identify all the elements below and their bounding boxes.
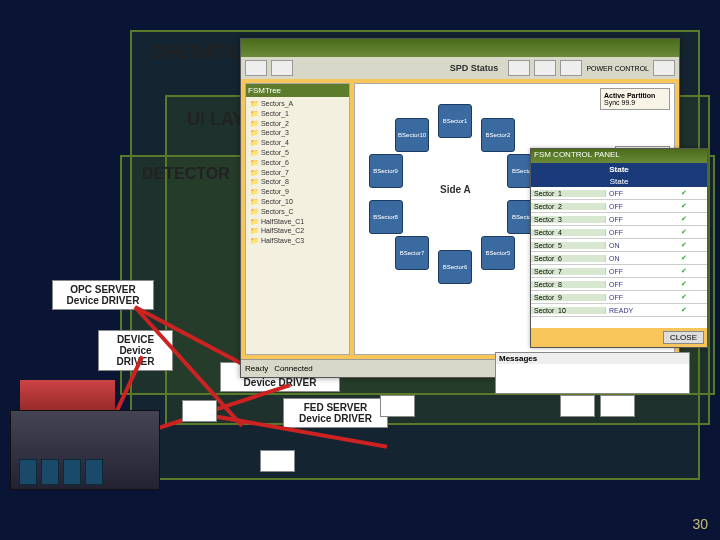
- control-table-row[interactable]: Sector_6ON✔: [531, 252, 707, 265]
- sector[interactable]: BSector7: [395, 236, 429, 270]
- control-table-row[interactable]: Sector_4OFF✔: [531, 226, 707, 239]
- row-check-icon: ✔: [666, 228, 701, 236]
- toolbar-title: SPD Status: [450, 63, 499, 73]
- sector[interactable]: BSector5: [481, 236, 515, 270]
- sector[interactable]: BSector10: [395, 118, 429, 152]
- row-name: Sector_3: [531, 216, 606, 223]
- sector[interactable]: BSector1: [438, 104, 472, 138]
- sector[interactable]: BSector6: [438, 250, 472, 284]
- active-partition-box: Active Partition Sync 99.9: [600, 88, 670, 110]
- tree-item[interactable]: Sector_5: [250, 148, 345, 158]
- row-state: OFF: [606, 203, 666, 210]
- row-state: OFF: [606, 190, 666, 197]
- toolbar-button[interactable]: [245, 60, 267, 76]
- hardware-base: [10, 410, 160, 490]
- tree-item[interactable]: Sector_9: [250, 187, 345, 197]
- row-state: OFF: [606, 268, 666, 275]
- messages-header: Messages: [496, 353, 689, 364]
- row-check-icon: ✔: [666, 293, 701, 301]
- control-table-row[interactable]: Sector_2OFF✔: [531, 200, 707, 213]
- info-line: Sync 99.9: [604, 99, 666, 106]
- fed-server-line2: Device DRIVER: [290, 413, 381, 424]
- tree-item[interactable]: Sector_4: [250, 138, 345, 148]
- tree-header: FSMTree: [246, 84, 349, 97]
- tree-item[interactable]: Sector_7: [250, 168, 345, 178]
- window-titlebar[interactable]: [241, 39, 679, 57]
- control-table-row[interactable]: Sector_1OFF✔: [531, 187, 707, 200]
- row-check-icon: ✔: [666, 306, 701, 314]
- detector-layer-label: DETECTOR: [142, 165, 230, 183]
- control-table-row[interactable]: Sector_9OFF✔: [531, 291, 707, 304]
- tree-item[interactable]: Sector_6: [250, 158, 345, 168]
- hardware-slot: [41, 459, 59, 485]
- tree-item[interactable]: Sector_1: [250, 109, 345, 119]
- tree-item[interactable]: Sector_3: [250, 128, 345, 138]
- row-state: READY: [606, 307, 666, 314]
- info-title: Active Partition: [604, 92, 666, 99]
- tree-item[interactable]: Sector_2: [250, 119, 345, 129]
- hw-node-box: [260, 450, 295, 472]
- tree-item[interactable]: Sectors_A: [250, 99, 345, 109]
- row-check-icon: ✔: [666, 215, 701, 223]
- hardware-slot: [85, 459, 103, 485]
- toolbar-button[interactable]: [534, 60, 556, 76]
- messages-panel: Messages: [495, 352, 690, 394]
- control-panel-subheader: State: [531, 176, 707, 187]
- opc-server-box: OPC SERVER Device DRIVER: [52, 280, 154, 310]
- device-server-line1: DEVICE: [117, 334, 154, 345]
- row-name: Sector_10: [531, 307, 606, 314]
- control-panel-titlebar[interactable]: FSM CONTROL PANEL: [531, 149, 707, 163]
- toolbar-button[interactable]: [560, 60, 582, 76]
- window-toolbar: SPD Status POWER CONTROL: [241, 57, 679, 79]
- row-state: OFF: [606, 229, 666, 236]
- fsm-control-panel-window: FSM CONTROL PANEL State State Sector_1OF…: [530, 148, 708, 348]
- close-button[interactable]: CLOSE: [663, 331, 704, 344]
- opc-server-line1: OPC SERVER: [70, 284, 135, 295]
- row-state: OFF: [606, 294, 666, 301]
- row-state: ON: [606, 242, 666, 249]
- hardware-slot: [19, 459, 37, 485]
- toolbar-right-label: POWER CONTROL: [586, 65, 649, 72]
- control-panel-table: Sector_1OFF✔Sector_2OFF✔Sector_3OFF✔Sect…: [531, 187, 707, 328]
- control-table-row[interactable]: Sector_3OFF✔: [531, 213, 707, 226]
- row-check-icon: ✔: [666, 254, 701, 262]
- row-check-icon: ✔: [666, 280, 701, 288]
- control-table-row[interactable]: Sector_8OFF✔: [531, 278, 707, 291]
- toolbar-button[interactable]: [508, 60, 530, 76]
- sector[interactable]: BSector8: [369, 200, 403, 234]
- tree-item[interactable]: HalfStave_C3: [250, 236, 345, 246]
- fsm-tree-panel: FSMTree Sectors_ASector_1Sector_2Sector_…: [245, 83, 350, 355]
- hw-node-box: [380, 395, 415, 417]
- toolbar-button[interactable]: [271, 60, 293, 76]
- hw-node-box: [600, 395, 635, 417]
- tree-item[interactable]: HalfStave_C1: [250, 217, 345, 227]
- row-check-icon: ✔: [666, 267, 701, 275]
- hardware-illustration: [0, 370, 175, 510]
- tree-item[interactable]: Sector_8: [250, 177, 345, 187]
- hw-node-box: [560, 395, 595, 417]
- sector[interactable]: BSector9: [369, 154, 403, 188]
- control-table-row[interactable]: Sector_5ON✔: [531, 239, 707, 252]
- hardware-slot: [63, 459, 81, 485]
- tree-list[interactable]: Sectors_ASector_1Sector_2Sector_3Sector_…: [246, 97, 349, 248]
- toolbar-button[interactable]: [653, 60, 675, 76]
- page-number: 30: [692, 516, 708, 532]
- control-panel-header: State: [531, 163, 707, 176]
- control-table-row[interactable]: Sector_7OFF✔: [531, 265, 707, 278]
- row-state: ON: [606, 255, 666, 262]
- row-check-icon: ✔: [666, 202, 701, 210]
- row-name: Sector_7: [531, 268, 606, 275]
- tree-item[interactable]: Sectors_C: [250, 207, 345, 217]
- row-name: Sector_5: [531, 242, 606, 249]
- row-name: Sector_4: [531, 229, 606, 236]
- row-name: Sector_2: [531, 203, 606, 210]
- sector[interactable]: BSector2: [481, 118, 515, 152]
- status-text: Ready: [245, 364, 268, 373]
- tree-item[interactable]: Sector_10: [250, 197, 345, 207]
- row-name: Sector_8: [531, 281, 606, 288]
- row-state: OFF: [606, 281, 666, 288]
- row-name: Sector_6: [531, 255, 606, 262]
- tree-item[interactable]: HalfStave_C2: [250, 226, 345, 236]
- side-a-label: Side A: [440, 184, 471, 195]
- control-table-row[interactable]: Sector_10READY✔: [531, 304, 707, 317]
